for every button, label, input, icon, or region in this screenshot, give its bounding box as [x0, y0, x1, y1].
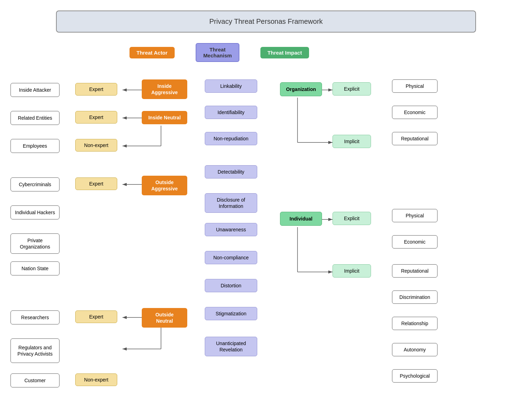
impact-economic-1: Economic — [392, 106, 438, 119]
legend-threat-mechanism: Threat Mechanism — [196, 43, 240, 62]
actor-private-organizations: Private Organizations — [10, 233, 59, 254]
expertise-9: Non-expert — [75, 373, 117, 386]
expertise-0: Expert — [75, 83, 117, 96]
main-container: Privacy Threat Personas Framework Threat… — [0, 0, 532, 399]
impact-cat-organization: Organization — [280, 82, 322, 96]
threat-outside-aggressive: OutsideAggressive — [142, 176, 187, 195]
impact-physical-2: Physical — [392, 209, 438, 222]
expertise-2: Non-expert — [75, 139, 117, 152]
threat-inside-neutral: Inside Neutral — [142, 111, 187, 124]
actor-individual-hackers: Individual Hackers — [10, 205, 59, 219]
expertise-7: Expert — [75, 310, 117, 323]
diagram: Inside Attacker Related Entities Employe… — [10, 72, 522, 399]
impact-ind-explicit: Explicit — [332, 212, 371, 225]
impact-cat-individual: Individual — [280, 212, 322, 226]
impact-reputational-1: Reputational — [392, 132, 438, 145]
mech-unawareness: Unawareness — [205, 223, 257, 236]
mech-unanticipated: Unanticipated Revelation — [205, 337, 257, 356]
impact-psychological: Psychological — [392, 369, 438, 383]
actor-regulators: Regulators and Privacy Activists — [10, 338, 59, 363]
impact-ind-implicit: Implicit — [332, 264, 371, 278]
expertise-1: Expert — [75, 111, 117, 124]
impact-reputational-2: Reputational — [392, 264, 438, 278]
mech-distortion: Distortion — [205, 279, 257, 292]
mech-identifiability: Identifiability — [205, 106, 257, 119]
impact-economic-2: Economic — [392, 235, 438, 248]
legend-threat-actor: Threat Actor — [130, 47, 175, 58]
impact-org-implicit: Implicit — [332, 135, 371, 148]
mech-non-compliance: Non-compliance — [205, 251, 257, 264]
impact-relationship: Relationship — [392, 317, 438, 330]
mech-linkability: Linkability — [205, 79, 257, 93]
mech-detectability: Detectability — [205, 165, 257, 178]
actor-researchers: Researchers — [10, 310, 59, 324]
threat-inside-aggressive: InsideAggressive — [142, 79, 187, 99]
expertise-3: Expert — [75, 177, 117, 190]
impact-autonomy: Autonomy — [392, 343, 438, 356]
actor-customer: Customer — [10, 373, 59, 387]
mech-non-repudiation: Non-repudiation — [205, 132, 257, 145]
actor-employees: Employees — [10, 139, 59, 153]
title: Privacy Threat Personas Framework — [56, 10, 476, 33]
mech-disclosure: Disclosure of Information — [205, 193, 257, 213]
actor-nation-state: Nation State — [10, 261, 59, 275]
actor-cybercriminals: Cybercriminals — [10, 177, 59, 191]
threat-outside-neutral: OutsideNeutral — [142, 308, 187, 328]
legend-row: Threat Actor Threat Mechanism Threat Imp… — [130, 43, 522, 62]
mech-stigmatization: Stigmatization — [205, 307, 257, 320]
actor-inside-attacker: Inside Attacker — [10, 83, 59, 97]
legend-threat-impact: Threat Impact — [260, 47, 309, 58]
actor-related-entities: Related Entities — [10, 111, 59, 125]
impact-physical-1: Physical — [392, 79, 438, 93]
impact-org-explicit: Explicit — [332, 82, 371, 96]
impact-discrimination: Discrimination — [392, 290, 438, 304]
